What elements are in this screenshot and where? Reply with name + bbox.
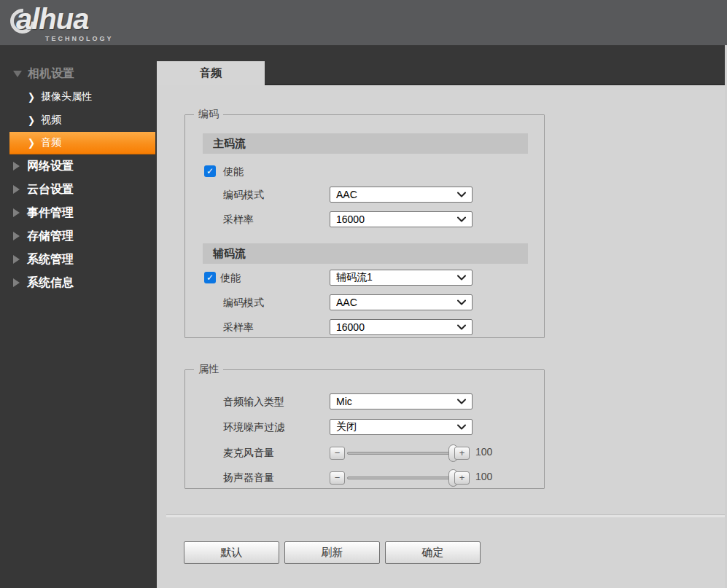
triangle-right-icon (13, 185, 20, 194)
default-button[interactable]: 默认 (184, 541, 279, 564)
sub-stream-enable-label: 使能 (220, 270, 241, 286)
sidebar-item-label: 事件管理 (27, 205, 74, 221)
sub-encode-mode-select[interactable]: AAC (330, 294, 473, 310)
attribute-group: 属性 音频输入类型 Mic 环境噪声过滤 关闭 麦克风音量 − + 100 扬声… (184, 363, 545, 489)
sidebar-item-label: 网络设置 (27, 159, 74, 174)
select-value: 关闭 (336, 420, 457, 434)
tab-bar: 音频 (157, 45, 727, 85)
sampling-rate-label: 采样率 (223, 211, 254, 227)
sidebar-item-label: 存储管理 (27, 229, 74, 244)
sidebar-item-system-management[interactable]: 系统管理 (0, 248, 157, 271)
speaker-volume-label: 扬声器音量 (223, 469, 274, 485)
attribute-legend: 属性 (194, 363, 223, 376)
chevron-down-icon (457, 324, 466, 330)
logo-text: alhua (10, 3, 156, 35)
select-value: 16000 (336, 321, 457, 333)
minus-button[interactable]: − (330, 471, 345, 485)
select-value: AAC (336, 297, 457, 308)
main-stream-title: 主码流 (213, 137, 246, 151)
sidebar-item-ptz-settings[interactable]: 云台设置 (0, 178, 157, 201)
triangle-right-icon (13, 162, 20, 170)
select-value: AAC (336, 189, 457, 200)
chevron-down-icon (457, 399, 466, 404)
sub-stream-enable-checkbox[interactable]: ✓ (204, 272, 216, 283)
sub-stream-title: 辅码流 (213, 247, 246, 261)
sidebar-item-camera-settings[interactable]: 相机设置 (0, 62, 157, 85)
audio-input-type-label: 音频输入类型 (223, 393, 284, 409)
mic-volume-label: 麦克风音量 (223, 444, 274, 460)
encode-mode-label: 编码模式 (223, 294, 264, 310)
refresh-button[interactable]: 刷新 (284, 541, 380, 564)
plus-button[interactable]: + (454, 471, 470, 485)
audio-input-type-select[interactable]: Mic (330, 393, 473, 409)
sidebar-item-network-settings[interactable]: 网络设置 (0, 154, 157, 178)
main-stream-enable-checkbox[interactable]: ✓ (204, 165, 216, 177)
mic-volume-value: 100 (475, 446, 492, 458)
sidebar-item-system-info[interactable]: 系统信息 (0, 271, 157, 294)
sidebar-item-event-management[interactable]: 事件管理 (0, 201, 157, 224)
triangle-right-icon (13, 232, 20, 240)
check-icon: ✓ (206, 167, 214, 176)
main-stream-enable-label: 使能 (223, 163, 244, 179)
chevron-right-icon: ❯ (28, 114, 35, 126)
encoding-group: 编码 主码流 ✓ 使能 编码模式 AAC 采样率 16000 辅码流 ✓ 使能 … (184, 108, 545, 338)
triangle-right-icon (13, 255, 20, 264)
sidebar-item-label: 音频 (41, 136, 61, 149)
slider-track[interactable] (347, 452, 454, 455)
sidebar-item-label: 云台设置 (27, 182, 74, 197)
sidebar-item-label: 视频 (41, 114, 61, 127)
app-header: alhua TECHNOLOGY (0, 0, 727, 45)
sidebar-item-label: 摄像头属性 (41, 90, 92, 103)
triangle-right-icon (13, 278, 20, 287)
sub-stream-select[interactable]: 辅码流1 (330, 270, 473, 286)
main-stream-header: 主码流 (203, 133, 528, 154)
plus-button[interactable]: + (454, 447, 470, 460)
speaker-volume-slider: − + 100 (330, 469, 519, 487)
chevron-right-icon: ❯ (28, 91, 35, 103)
footer-buttons: 默认 刷新 确定 (184, 541, 481, 564)
footer-divider (166, 514, 727, 517)
confirm-button[interactable]: 确定 (385, 541, 481, 564)
sidebar-item-audio[interactable]: ❯ 音频 (9, 132, 155, 154)
chevron-right-icon: ❯ (28, 137, 35, 149)
chevron-down-icon (457, 275, 466, 281)
chevron-down-icon (457, 192, 466, 197)
main-sampling-rate-select[interactable]: 16000 (330, 211, 473, 227)
logo-subtitle: TECHNOLOGY (45, 35, 114, 42)
sub-sampling-rate-select[interactable]: 16000 (330, 319, 473, 335)
noise-filter-select[interactable]: 关闭 (330, 419, 473, 435)
mic-volume-slider: − + 100 (330, 444, 519, 462)
chevron-down-icon (457, 299, 466, 305)
triangle-down-icon (13, 71, 22, 77)
sidebar-nav: 相机设置 ❯ 摄像头属性 ❯ 视频 ❯ 音频 网络设置 云台设置 事件管理 存储… (0, 45, 157, 588)
main-content: 编码 主码流 ✓ 使能 编码模式 AAC 采样率 16000 辅码流 ✓ 使能 … (157, 85, 727, 588)
check-icon: ✓ (206, 273, 214, 282)
tab-audio[interactable]: 音频 (157, 61, 265, 85)
slider-track[interactable] (347, 477, 454, 479)
chevron-down-icon (457, 216, 466, 222)
encode-mode-label: 编码模式 (223, 187, 264, 203)
sidebar-item-label: 系统信息 (27, 275, 74, 291)
sidebar-item-label: 相机设置 (28, 66, 74, 82)
minus-button[interactable]: − (330, 447, 345, 460)
sidebar-item-label: 系统管理 (27, 252, 74, 267)
sampling-rate-label: 采样率 (223, 319, 254, 335)
chevron-down-icon (457, 424, 466, 430)
select-value: 16000 (336, 213, 457, 225)
sidebar-item-storage-management[interactable]: 存储管理 (0, 224, 157, 248)
noise-filter-label: 环境噪声过滤 (223, 419, 284, 435)
dahua-logo: alhua TECHNOLOGY (10, 3, 156, 44)
sidebar-item-camera-attributes[interactable]: ❯ 摄像头属性 (0, 85, 157, 109)
sub-stream-header: 辅码流 (203, 243, 528, 264)
main-encode-mode-select[interactable]: AAC (330, 187, 473, 203)
select-value: 辅码流1 (336, 271, 457, 284)
speaker-volume-value: 100 (475, 471, 492, 482)
select-value: Mic (336, 396, 457, 407)
sidebar-item-video[interactable]: ❯ 视频 (0, 109, 157, 132)
triangle-right-icon (13, 208, 20, 217)
encoding-legend: 编码 (194, 108, 223, 121)
